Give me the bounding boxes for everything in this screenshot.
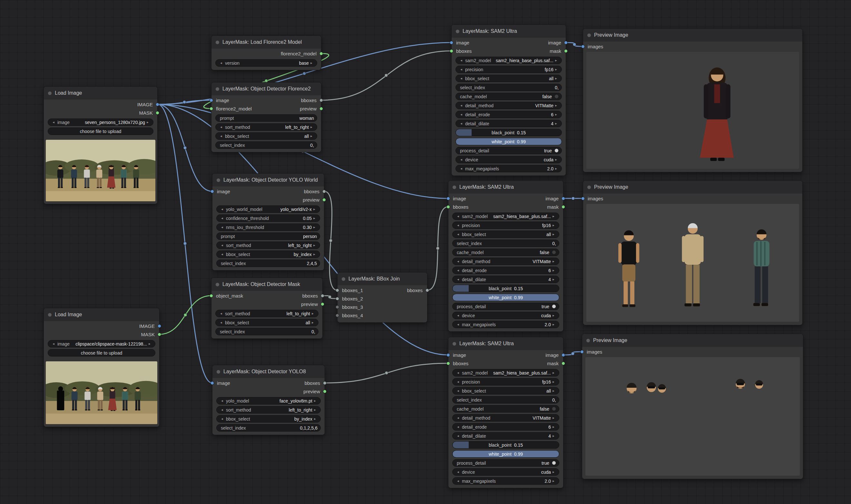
arrow-right-icon[interactable]: ▸ — [551, 389, 556, 393]
arrow-left-icon[interactable]: ◂ — [455, 277, 461, 282]
node-titlebar[interactable]: Preview Image — [583, 181, 802, 194]
widget-cache-model[interactable]: cache_modelfalse — [452, 405, 559, 413]
node-titlebar[interactable]: Preview Image — [583, 29, 802, 41]
widget-white-point-slider[interactable]: white_point0.99 — [452, 450, 559, 457]
node-titlebar[interactable]: LayerMask: SAM2 Ultra — [448, 337, 563, 350]
widget-detail-erode[interactable]: ◂detail_erode6▸ — [455, 111, 562, 118]
node-object-detector-yolo-world[interactable]: LayerMask: Object Detector YOLO World im… — [212, 173, 324, 271]
arrow-right-icon[interactable]: ▸ — [554, 112, 559, 116]
arrow-left-icon[interactable]: ◂ — [459, 121, 464, 126]
node-titlebar[interactable]: LayerMask: Load Florence2 Model — [211, 36, 321, 49]
link-midpoint-dot[interactable] — [303, 72, 306, 75]
widget-detail-dilate[interactable]: ◂detail_dilate4▸ — [452, 276, 559, 283]
arrow-right-icon[interactable]: ▸ — [310, 311, 315, 316]
output-dot-bboxes[interactable] — [321, 294, 324, 298]
widget-sort-method[interactable]: ◂ sort_method left_to_right ▸ — [215, 310, 318, 317]
widget-select-index[interactable]: select_index 0, — [215, 141, 317, 149]
input-dot-image[interactable] — [210, 190, 214, 193]
input-dot-image[interactable] — [210, 381, 214, 385]
link-midpoint-dot[interactable] — [573, 43, 576, 46]
arrow-left-icon[interactable]: ◂ — [220, 216, 225, 220]
link-midpoint-dot[interactable] — [571, 352, 574, 355]
output-dot-preview[interactable] — [323, 390, 327, 393]
input-dot-image[interactable] — [447, 353, 450, 357]
node-preview-image-2[interactable]: Preview Image images — [583, 180, 803, 325]
widget-max-megapixels[interactable]: ◂max_megapixels2.0▸ — [455, 165, 562, 172]
widget-prompt[interactable]: prompt person — [216, 233, 320, 240]
output-dot-preview[interactable] — [321, 302, 324, 306]
arrow-left-icon[interactable]: ◂ — [219, 61, 224, 65]
choose-file-button[interactable]: choose file to upload — [48, 349, 155, 357]
arrow-left-icon[interactable]: ◂ — [459, 158, 464, 162]
output-dot-bboxes[interactable] — [319, 98, 323, 102]
node-titlebar[interactable]: Load Image — [44, 308, 159, 321]
arrow-right-icon[interactable]: ▸ — [554, 76, 559, 80]
widget-detail-dilate[interactable]: ◂detail_dilate4▸ — [452, 432, 559, 439]
toggle-on-icon[interactable] — [552, 461, 556, 465]
collapse-icon[interactable] — [216, 283, 219, 286]
output-dot-bboxes[interactable] — [322, 190, 326, 193]
arrow-right-icon[interactable]: ▸ — [551, 313, 556, 318]
arrow-left-icon[interactable]: ◂ — [51, 342, 56, 346]
output-dot-mask[interactable] — [561, 205, 565, 209]
arrow-left-icon[interactable]: ◂ — [455, 259, 461, 264]
widget-black-point-slider[interactable]: black_point0.15 — [455, 129, 562, 136]
arrow-right-icon[interactable]: ▸ — [551, 259, 556, 264]
arrow-right-icon[interactable]: ▸ — [312, 399, 317, 403]
arrow-left-icon[interactable]: ◂ — [455, 313, 461, 318]
node-sam2-ultra-3[interactable]: LayerMask: SAM2 Ultra image image bboxes… — [448, 337, 563, 488]
widget-select-index[interactable]: select_index0, — [455, 84, 562, 91]
arrow-left-icon[interactable]: ◂ — [455, 425, 461, 429]
output-dot-mask[interactable] — [156, 111, 159, 115]
node-titlebar[interactable]: LayerMask: Object Detector YOLO World — [212, 174, 324, 186]
link-midpoint-dot[interactable] — [184, 242, 187, 245]
node-titlebar[interactable]: LayerMask: SAM2 Ultra — [452, 25, 566, 38]
arrow-right-icon[interactable]: ▸ — [554, 166, 559, 171]
arrow-left-icon[interactable]: ◂ — [219, 321, 224, 325]
collapse-icon[interactable] — [216, 370, 220, 374]
toggle-on-icon[interactable] — [554, 148, 559, 152]
node-titlebar[interactable]: LayerMask: SAM2 Ultra — [448, 181, 563, 194]
arrow-right-icon[interactable]: ▸ — [551, 277, 556, 282]
widget-cache-model[interactable]: cache_modelfalse — [452, 249, 559, 256]
input-dot-bboxes[interactable] — [450, 49, 453, 53]
arrow-right-icon[interactable]: ▸ — [554, 67, 559, 72]
output-dot-image[interactable] — [561, 197, 565, 200]
arrow-left-icon[interactable]: ◂ — [459, 76, 464, 80]
widget-max-megapixels[interactable]: ◂max_megapixels2.0▸ — [452, 477, 559, 485]
arrow-left-icon[interactable]: ◂ — [220, 399, 225, 403]
widget-confidence-threshold[interactable]: ◂ confidence_threshold 0.05 ▸ — [216, 215, 320, 222]
input-dot-bboxes-3[interactable] — [335, 305, 339, 309]
toggle-off-icon[interactable] — [554, 94, 559, 98]
arrow-left-icon[interactable]: ◂ — [455, 479, 461, 483]
link-midpoint-dot[interactable] — [183, 101, 186, 104]
input-dot-images[interactable] — [581, 45, 585, 48]
arrow-left-icon[interactable]: ◂ — [51, 120, 56, 124]
collapse-icon[interactable] — [216, 87, 219, 91]
collapse-icon[interactable] — [587, 185, 591, 189]
widget-bbox-select[interactable]: ◂bbox_selectall▸ — [452, 387, 559, 395]
arrow-right-icon[interactable]: ▸ — [312, 252, 317, 256]
widget-black-point-slider[interactable]: black_point0.15 — [452, 285, 559, 292]
arrow-right-icon[interactable]: ▸ — [312, 207, 317, 211]
arrow-right-icon[interactable]: ▸ — [551, 416, 556, 420]
arrow-right-icon[interactable]: ▸ — [551, 322, 556, 327]
arrow-left-icon[interactable]: ◂ — [455, 416, 461, 420]
widget-bbox-select[interactable]: ◂ bbox_select by_index ▸ — [216, 251, 320, 258]
arrow-right-icon[interactable]: ▸ — [312, 243, 317, 247]
widget-bbox-select[interactable]: ◂bbox_selectall▸ — [452, 231, 559, 238]
arrow-right-icon[interactable]: ▸ — [554, 103, 559, 108]
collapse-icon[interactable] — [587, 34, 591, 37]
arrow-left-icon[interactable]: ◂ — [459, 67, 464, 72]
arrow-left-icon[interactable]: ◂ — [455, 232, 461, 236]
link-midpoint-dot[interactable] — [328, 295, 331, 299]
output-dot-florence2-model[interactable] — [319, 52, 323, 55]
node-sam2-ultra-1[interactable]: LayerMask: SAM2 Ultra image image bboxes… — [451, 24, 566, 176]
toggle-off-icon[interactable] — [552, 250, 556, 254]
input-dot-image[interactable] — [210, 98, 213, 102]
output-dot-bboxes[interactable] — [323, 381, 327, 385]
node-load-image-1[interactable]: Load Image IMAGE MASK ◂ image seven_pers… — [44, 86, 158, 204]
output-dot-preview[interactable] — [322, 198, 326, 202]
choose-file-button[interactable]: choose file to upload — [48, 128, 153, 135]
arrow-right-icon[interactable]: ▸ — [312, 225, 317, 229]
